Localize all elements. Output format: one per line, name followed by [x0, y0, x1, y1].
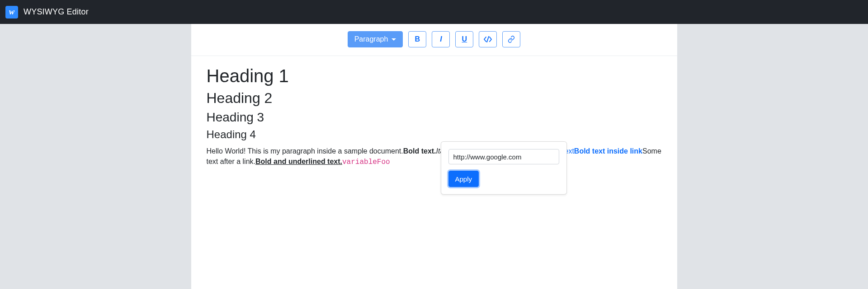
text-run: Hello World! This is my paragraph inside… [207, 147, 403, 155]
chevron-down-icon [392, 38, 396, 41]
link-button[interactable] [502, 31, 520, 47]
italic-button-label: I [440, 35, 442, 43]
app-logo-glyph: w [9, 7, 14, 17]
editor-content[interactable]: Heading 1 Heading 2 Heading 3 Heading 4 … [191, 56, 677, 186]
heading-4[interactable]: Heading 4 [207, 128, 662, 141]
heading-1[interactable]: Heading 1 [207, 66, 662, 86]
italic-button[interactable]: I [432, 31, 450, 47]
apply-button[interactable]: Apply [448, 171, 479, 187]
heading-3[interactable]: Heading 3 [207, 110, 662, 125]
navbar: w WYSIWYG Editor [0, 0, 868, 24]
toolbar: Paragraph B I U [191, 24, 677, 56]
app-logo: w [5, 6, 18, 19]
paragraph-dropdown[interactable]: Paragraph [348, 31, 403, 47]
heading-2[interactable]: Heading 2 [207, 90, 662, 107]
bold-underline-text: Bold and underlined text. [255, 158, 342, 165]
apply-button-label: Apply [455, 175, 472, 183]
paragraph[interactable]: Hello World! This is my paragraph inside… [207, 145, 662, 168]
code-text: variableFoo [342, 158, 390, 166]
app-title: WYSIWYG Editor [24, 7, 89, 17]
editor-page: Paragraph B I U Heading 1 Heading 2 Head… [191, 24, 677, 289]
underline-button-label: U [462, 35, 467, 43]
bold-button-label: B [415, 35, 420, 43]
paragraph-dropdown-label: Paragraph [354, 35, 388, 43]
code-icon [484, 36, 492, 42]
underline-button[interactable]: U [455, 31, 473, 47]
link-popover: Apply [441, 141, 567, 195]
link-icon [508, 36, 515, 43]
bold-button[interactable]: B [408, 31, 426, 47]
bold-text: Bold text. [403, 147, 436, 155]
svg-line-0 [487, 37, 489, 42]
code-button[interactable] [479, 31, 497, 47]
link-url-input[interactable] [448, 149, 559, 164]
link-2-bold: Bold text inside link [574, 147, 642, 155]
